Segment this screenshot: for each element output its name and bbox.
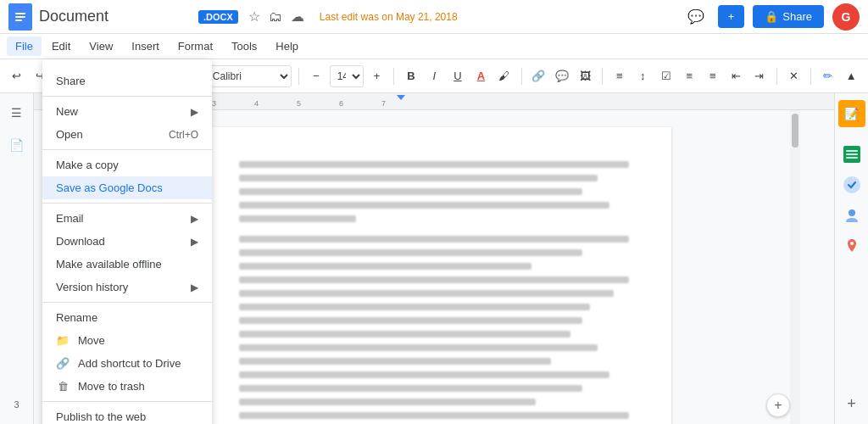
comment-button[interactable]: 💬 (552, 64, 572, 88)
svg-rect-6 (846, 153, 858, 155)
italic-button[interactable]: I (425, 64, 445, 88)
underline-button[interactable]: U (448, 64, 468, 88)
add-button[interactable]: + (718, 5, 745, 28)
toolbar-divider-8 (810, 68, 811, 85)
menu-tools[interactable]: Tools (223, 36, 265, 56)
dropdown-share[interactable]: Share (42, 70, 212, 92)
font-size-decrease[interactable]: − (306, 64, 326, 88)
folder-icon[interactable]: 🗂 (269, 9, 282, 25)
bullets-button[interactable]: ≡ (680, 64, 700, 88)
app-icon (8, 3, 32, 31)
last-edit-text: Last edit was on May 21, 2018 (320, 11, 676, 23)
ruler-indicator-right (397, 95, 405, 100)
contacts-icon-btn[interactable] (838, 202, 865, 229)
file-dropdown-menu: Share New ▶ Open Ctrl+O Make a copy Save… (42, 59, 212, 424)
title-icons: ☆ 🗂 ☁ (248, 8, 304, 25)
dropdown-make-copy[interactable]: Make a copy (42, 153, 212, 176)
svg-point-9 (849, 209, 855, 216)
menu-view[interactable]: View (81, 36, 121, 56)
dropdown-email[interactable]: Email ▶ (42, 207, 212, 230)
highlight-button[interactable]: 🖌 (494, 64, 515, 88)
editing-mode-button[interactable]: ✏ (818, 64, 838, 88)
svg-rect-1 (15, 13, 25, 14)
offline-label: Make available offline (56, 258, 162, 271)
image-button[interactable]: 🖼 (576, 64, 596, 88)
add-page-icon: + (774, 398, 782, 413)
dropdown-publish[interactable]: Publish to the web (42, 405, 212, 424)
avatar[interactable]: G (832, 3, 860, 31)
trash-left: 🗑 Move to trash (56, 380, 145, 393)
svg-rect-7 (846, 157, 858, 159)
share-button[interactable]: 🔒 Share (753, 5, 824, 28)
text-color-button[interactable]: A (471, 64, 492, 88)
font-family-select[interactable]: Calibri (205, 65, 292, 87)
open-label: Open (56, 128, 83, 141)
link-button[interactable]: 🔗 (529, 64, 549, 88)
menu-bar: File Edit View Insert Format Tools Help (0, 34, 868, 59)
dropdown-add-shortcut[interactable]: 🔗 Add shortcut to Drive (42, 352, 212, 375)
doc-line (239, 276, 629, 283)
undo-button[interactable]: ↩ (7, 64, 27, 88)
dropdown-version-history[interactable]: Version history ▶ (42, 276, 212, 298)
doc-line (239, 175, 598, 181)
tasks-icon-btn[interactable] (838, 171, 865, 198)
document-title[interactable] (39, 8, 192, 25)
dropdown-rename[interactable]: Rename (42, 306, 212, 329)
move-left: 📁 Move (56, 334, 105, 347)
add-sidebar-btn[interactable]: + (838, 390, 865, 417)
font-size-select[interactable]: 14 (330, 65, 364, 87)
doc-line (239, 304, 590, 310)
menu-insert[interactable]: Insert (123, 36, 168, 56)
download-arrow: ▶ (191, 236, 198, 248)
right-sidebar: 📝 + (834, 93, 868, 424)
dropdown-move[interactable]: 📁 Move (42, 329, 212, 352)
dropdown-save-google-docs[interactable]: Save as Google Docs (42, 176, 212, 199)
dropdown-new[interactable]: New ▶ (42, 100, 212, 123)
indent-less-button[interactable]: ⇤ (726, 64, 747, 88)
dropdown-move-to-trash[interactable]: 🗑 Move to trash (42, 375, 212, 398)
new-arrow: ▶ (191, 106, 198, 118)
shortcut-left: 🔗 Add shortcut to Drive (56, 357, 181, 370)
toolbar-divider-7 (776, 68, 777, 85)
menu-format[interactable]: Format (170, 36, 221, 56)
numbers-button[interactable]: ≡ (703, 64, 723, 88)
keep-button[interactable]: 📝 (838, 100, 865, 127)
doc-line (239, 358, 551, 365)
sheets-icon-btn[interactable] (838, 141, 865, 168)
scrollbar-track[interactable] (790, 110, 800, 424)
doc-line (239, 236, 629, 243)
line-spacing-button[interactable]: ↕ (633, 64, 654, 88)
align-button[interactable]: ≡ (609, 64, 630, 88)
dropdown-download[interactable]: Download ▶ (42, 230, 212, 253)
menu-file[interactable]: File (7, 36, 42, 56)
outline-button[interactable]: ☰ (4, 100, 30, 126)
trash-icon: 🗑 (56, 380, 70, 393)
make-copy-label: Make a copy (56, 159, 119, 171)
toolbar-collapse[interactable]: ▲ (841, 64, 861, 88)
cloud-icon[interactable]: ☁ (291, 8, 304, 25)
version-history-arrow: ▶ (191, 282, 198, 293)
move-label: Move (78, 334, 105, 347)
doc-line (239, 161, 629, 168)
comment-toggle-button[interactable]: 💬 (682, 3, 709, 31)
page-number-button[interactable]: 3 (4, 392, 30, 417)
indent-more-button[interactable]: ⇥ (749, 64, 770, 88)
scrollbar-thumb[interactable] (792, 114, 798, 148)
rename-label: Rename (56, 311, 97, 324)
doc-line (239, 331, 570, 338)
dropdown-offline[interactable]: Make available offline (42, 253, 212, 276)
menu-edit[interactable]: Edit (43, 36, 79, 56)
add-page-button[interactable]: + (766, 393, 790, 417)
sidebar-button[interactable]: 📄 (4, 132, 30, 158)
open-shortcut: Ctrl+O (169, 129, 198, 141)
maps-icon-btn[interactable] (838, 232, 865, 259)
docx-badge: .DOCX (198, 10, 238, 24)
menu-help[interactable]: Help (267, 36, 307, 56)
dropdown-open[interactable]: Open Ctrl+O (42, 123, 212, 146)
bold-button[interactable]: B (401, 64, 421, 88)
clear-format-button[interactable]: ✕ (784, 64, 804, 88)
font-size-increase[interactable]: + (367, 64, 387, 88)
star-icon[interactable]: ☆ (248, 8, 260, 25)
checklist-button[interactable]: ☑ (656, 64, 676, 88)
doc-line (239, 249, 582, 256)
